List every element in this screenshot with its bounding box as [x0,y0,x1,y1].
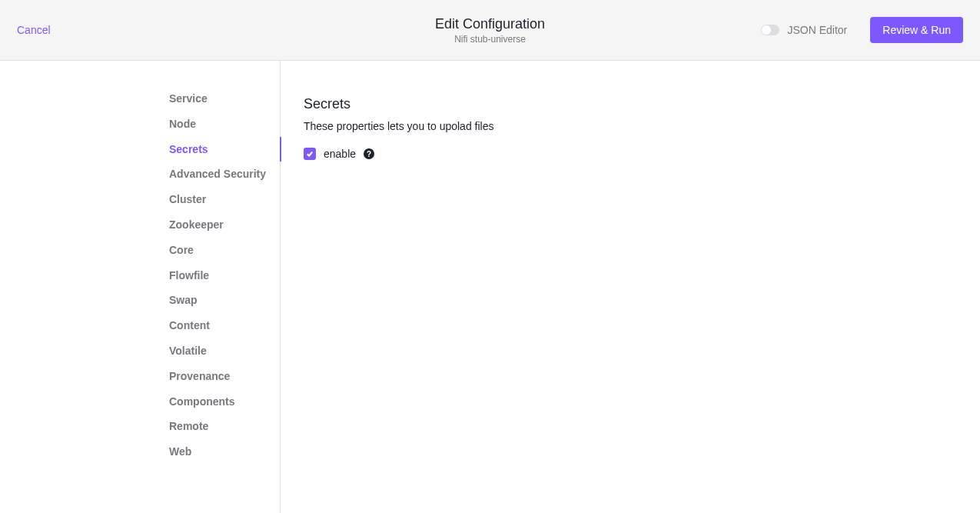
enable-row: enable ? [304,148,957,160]
json-editor-label: JSON Editor [787,24,847,36]
sidebar-list: Service Node Secrets Advanced Security C… [169,86,281,465]
sidebar: Service Node Secrets Advanced Security C… [0,61,281,513]
section-title: Secrets [304,96,957,112]
sidebar-item-remote[interactable]: Remote [169,414,281,439]
page-body: Service Node Secrets Advanced Security C… [0,61,980,513]
review-run-button[interactable]: Review & Run [870,17,963,43]
enable-checkbox[interactable] [304,148,316,160]
page-header: Cancel Edit Configuration Nifi stub-univ… [0,0,980,61]
sidebar-item-core[interactable]: Core [169,238,281,263]
sidebar-item-components[interactable]: Components [169,389,281,415]
sidebar-item-volatile[interactable]: Volatile [169,338,281,364]
sidebar-item-provenance[interactable]: Provenance [169,364,281,389]
sidebar-item-secrets[interactable]: Secrets [169,137,281,162]
help-icon[interactable]: ? [364,148,374,159]
sidebar-item-content[interactable]: Content [169,313,281,338]
checkmark-icon [306,150,314,158]
section-description: These properties lets you to upolad file… [304,120,957,132]
sidebar-item-advanced-security[interactable]: Advanced Security [169,162,281,187]
sidebar-item-node[interactable]: Node [169,112,281,137]
sidebar-item-flowfile[interactable]: Flowfile [169,263,281,288]
json-editor-toggle[interactable] [761,25,779,35]
sidebar-item-web[interactable]: Web [169,439,281,465]
json-editor-toggle-group: JSON Editor [761,24,847,36]
sidebar-item-swap[interactable]: Swap [169,288,281,313]
sidebar-item-cluster[interactable]: Cluster [169,187,281,212]
header-right: JSON Editor Review & Run [761,17,963,43]
sidebar-item-zookeeper[interactable]: Zookeeper [169,212,281,238]
page-title: Edit Configuration [435,16,545,32]
sidebar-item-service[interactable]: Service [169,86,281,112]
header-left: Cancel [17,24,51,36]
enable-label: enable [324,148,356,160]
cancel-link[interactable]: Cancel [17,24,51,36]
header-center: Edit Configuration Nifi stub-universe [435,16,545,45]
main-content: Secrets These properties lets you to upo… [281,61,980,513]
page-subtitle: Nifi stub-universe [435,34,545,45]
